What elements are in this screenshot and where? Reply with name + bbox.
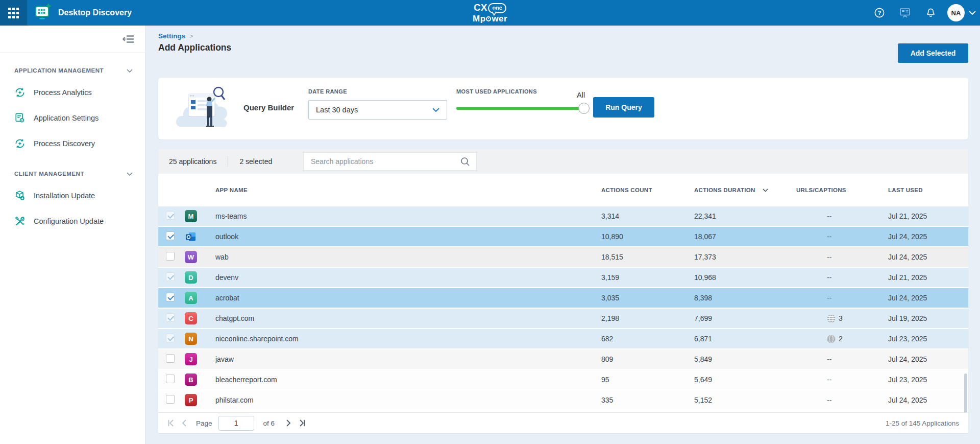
selected-count: 2 selected [239, 157, 272, 166]
help-button[interactable]: ? [871, 4, 888, 21]
table-row[interactable]: B bleacherreport.com 95 5,649 -- Jul 23,… [158, 370, 968, 389]
row-checkbox[interactable] [166, 354, 175, 363]
desktop-discovery-icon [34, 3, 52, 23]
app-icon-cell: C [185, 312, 215, 324]
sidebar-item-process-discovery[interactable]: Process Discovery [0, 131, 145, 156]
column-header-actions-count[interactable]: ACTIONS COUNT [601, 187, 694, 193]
app-name-cell: wab [215, 253, 601, 261]
application-settings-icon [14, 112, 26, 124]
row-checkbox[interactable] [166, 252, 175, 261]
search-box [303, 152, 477, 171]
add-selected-button[interactable]: Add Selected [898, 43, 968, 63]
app-icon: W [185, 251, 197, 263]
table-row[interactable]: A acrobat 3,035 8,398 -- Jul 24, 2025 [158, 288, 968, 308]
query-builder-illustration [175, 85, 239, 134]
actions-duration-cell: 7,699 [694, 314, 796, 322]
last-used-cell: Jul 24, 2025 [888, 355, 968, 363]
main-content: Settings > Add Applications Add Selected [146, 26, 980, 444]
search-icon[interactable] [460, 157, 470, 167]
configuration-update-icon [14, 216, 26, 227]
app-icon: C [185, 312, 197, 324]
mpower-o-icon [486, 16, 491, 21]
app-icon: P [185, 394, 197, 406]
table-row[interactable]: N niceonline.sharepoint.com 682 6,871 2 … [158, 329, 968, 348]
run-query-button[interactable]: Run Query [593, 97, 654, 118]
row-checkbox[interactable] [166, 231, 175, 240]
actions-count-cell: 335 [601, 396, 694, 404]
actions-count-cell: 2,198 [601, 314, 694, 322]
actions-count-cell: 18,515 [601, 253, 694, 261]
actions-duration-cell: 5,649 [694, 376, 796, 384]
results-range-label: 1-25 of 145 Applications [886, 419, 959, 427]
app-name-cell: acrobat [215, 294, 601, 302]
process-analytics-icon [14, 87, 26, 98]
search-input[interactable] [304, 157, 460, 166]
collapse-sidebar-button[interactable] [122, 35, 135, 44]
vertical-scrollbar[interactable] [964, 373, 967, 412]
column-header-last-used[interactable]: LAST USED [888, 187, 968, 193]
actions-count-cell: 95 [601, 376, 694, 384]
row-checkbox [166, 211, 175, 220]
actions-count-cell: 809 [601, 355, 694, 363]
table-row[interactable]: D devenv 3,159 10,968 -- Jul 21, 2025 [158, 268, 968, 287]
cxone-mpower-logo: CXone Mpwer [473, 3, 507, 23]
avatar[interactable]: NA [947, 4, 965, 21]
last-page-button[interactable] [295, 416, 308, 430]
sidebar-item-application-settings[interactable]: Application Settings [0, 105, 145, 131]
column-header-urls-captions[interactable]: URLS/CAPTIONS [796, 187, 888, 193]
last-used-cell: Jul 24, 2025 [888, 396, 968, 404]
table-row[interactable]: P philstar.com 335 5,152 -- Jul 24, 2025 [158, 390, 968, 410]
user-menu[interactable]: NA [947, 4, 976, 21]
app-launcher-icon [8, 8, 19, 18]
column-header-actions-duration[interactable]: ACTIONS DURATION [694, 187, 796, 193]
row-checkbox[interactable] [166, 395, 175, 404]
section-application-management[interactable]: APPLICATION MANAGEMENT [0, 67, 145, 74]
notifications-button[interactable] [922, 4, 939, 21]
app-name-cell: outlook [215, 232, 601, 241]
last-page-icon [298, 419, 306, 427]
chevron-down-icon [432, 108, 439, 112]
table-row[interactable]: W wab 18,515 17,373 -- Jul 24, 2025 [158, 247, 968, 267]
presentation-button[interactable] [896, 4, 914, 21]
most-used-applications-slider[interactable] [456, 107, 584, 110]
table-header-row: APP NAME ACTIONS COUNT ACTIONS DURATION … [158, 174, 968, 206]
date-range-select[interactable]: Last 30 days [308, 100, 447, 120]
actions-duration-cell: 22,341 [694, 212, 796, 220]
column-header-app-name[interactable]: APP NAME [215, 187, 601, 193]
table-row[interactable]: outlook 10,890 18,067 -- Jul 24, 2025 [158, 227, 968, 246]
slider-thumb[interactable] [578, 103, 590, 114]
table-row[interactable]: J javaw 809 5,849 -- Jul 24, 2025 [158, 349, 968, 369]
row-checkbox [166, 334, 175, 342]
row-checkbox [166, 313, 175, 322]
row-checkbox[interactable] [166, 375, 175, 383]
slider-value-label: All [577, 91, 585, 99]
section-client-management[interactable]: CLIENT MANAGEMENT [0, 171, 145, 177]
app-icon: M [185, 210, 197, 222]
product-header: Desktop Discovery [34, 0, 132, 26]
table-row[interactable]: C chatgpt.com 2,198 7,699 3 Jul 19, 2025 [158, 309, 968, 328]
sidebar-item-installation-update[interactable]: Installation Update [0, 183, 145, 208]
actions-duration-cell: 5,849 [694, 355, 796, 363]
app-icon: N [185, 333, 197, 345]
actions-duration-cell: 6,871 [694, 335, 796, 343]
chevron-left-icon [182, 419, 187, 427]
app-launcher-button[interactable] [0, 0, 27, 26]
chevron-down-icon [127, 69, 133, 73]
checkbox-cell [166, 375, 185, 385]
checkbox-cell [166, 313, 185, 323]
table-row[interactable]: M ms-teams 3,314 22,341 -- Jul 21, 2025 [158, 206, 968, 226]
app-icon-cell: P [185, 394, 215, 406]
page-number-input[interactable] [218, 416, 254, 431]
breadcrumb-settings-link[interactable]: Settings [158, 32, 185, 40]
last-used-cell: Jul 24, 2025 [888, 253, 968, 261]
sidebar-item-process-analytics[interactable]: Process Analytics [0, 80, 145, 105]
page-total-label: of 6 [263, 419, 275, 427]
next-page-button[interactable] [282, 416, 295, 430]
row-checkbox[interactable] [166, 293, 175, 301]
chevron-right-icon [286, 419, 291, 427]
row-checkbox [166, 272, 175, 281]
sidebar-item-configuration-update[interactable]: Configuration Update [0, 208, 145, 234]
urls-captions-cell: -- [796, 376, 888, 384]
app-name-cell: niceonline.sharepoint.com [215, 335, 601, 343]
outlook-logo-icon [185, 230, 197, 243]
